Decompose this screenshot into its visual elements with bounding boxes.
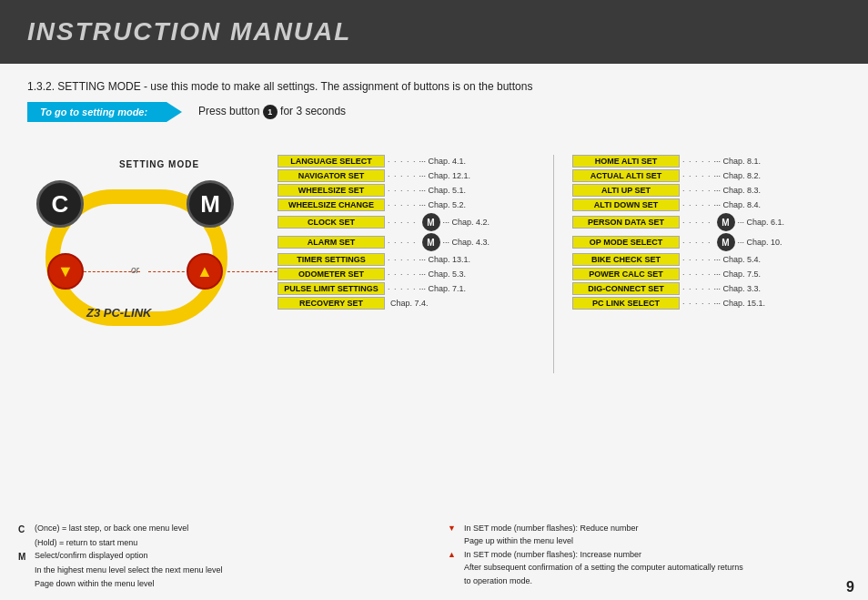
menu-label-wheelsize-change: WHEELSIZE CHANGE [278,198,385,211]
menu-row-alarm-set: ALARM SET · · · · · M ··· Chap. 4.3. [278,233,547,251]
device-frame: C M ▼ ▲ or Z3 PC-LINK [36,171,237,340]
menu-label-alti-down: ALTI DOWN SET [572,198,680,211]
menu-row-language-select: LANGUAGE SELECT · · · · · ··· Chap. 4.1. [278,155,547,168]
main-content: 1.3.2. SETTING MODE - use this mode to m… [0,64,868,600]
note-m-highest-text: In the highest menu level select the nex… [35,564,223,577]
down-button[interactable]: ▼ [47,253,84,290]
note-c-once: C (Once) = last step, or back one menu l… [18,523,420,536]
m-badge-alarm: M [422,233,440,251]
note-up-set: ▲ In SET mode (number flashes): Increase… [448,549,850,562]
c-button[interactable]: C [36,180,84,228]
note-up-operation-text: to operation mode. [464,575,532,588]
menu-row-pc-link: PC LINK SELECT · · · · · ··· Chap. 15.1. [572,297,842,310]
note-down-set: ▼ In SET mode (number flashes): Reduce n… [448,523,850,535]
m-badge-person: M [717,213,735,231]
menu-label-odometer-set: ODOMETER SET [278,268,385,280]
note-m-page-text: Page down within the menu level [35,578,155,591]
c-icon: C [18,523,31,536]
device-diagram: SETTING MODE C M ▼ ▲ or Z3 PC-LINK [18,159,273,360]
menu-row-person-data: PERSON DATA SET · · · · · M ··· Chap. 6.… [572,213,842,231]
note-m-page: Page down within the menu level [18,578,420,591]
up-button[interactable]: ▲ [187,253,223,290]
menu-row-home-alti: HOME ALTI SET · · · · · ··· Chap. 8.1. [572,155,842,168]
menu-label-alarm-set: ALARM SET [278,236,385,249]
setting-mode-row: To go to setting mode: Press button 1 fo… [27,102,841,122]
dashed-line-right [148,271,189,272]
note-c-hold: (Hold) = return to start menu [18,537,420,550]
note-c-text: (Once) = last step, or back one menu lev… [35,523,188,535]
menu-row-pulse-limit: PULSE LIMIT SETTINGS · · · · · ··· Chap.… [278,282,547,295]
menu-label-timer-settings: TIMER SETTINGS [278,253,385,266]
menu-label-pc-link: PC LINK SELECT [572,297,680,310]
page-header: INSTRUCTION MANUAL [0,0,868,64]
right-menu-col: HOME ALTI SET · · · · · ··· Chap. 8.1. A… [572,155,842,311]
menu-label-navigator-set: NAVIGATOR SET [278,169,385,182]
menu-label-clock-set: CLOCK SET [278,216,385,229]
m-icon-note: M [18,550,31,564]
header-title: INSTRUCTION MANUAL [27,17,351,46]
menu-label-pulse-limit: PULSE LIMIT SETTINGS [278,282,385,295]
section-title: 1.3.2. SETTING MODE - use this mode to m… [27,80,841,93]
device-label: Z3 PC-LINK [86,306,152,320]
menu-row-bike-check: BIKE CHECK SET · · · · · ··· Chap. 5.4. [572,253,842,266]
page-number: 9 [846,579,854,595]
menu-row-actual-alti: ACTUAL ALTI SET · · · · · ··· Chap. 8.2. [572,169,842,182]
m-badge-op-mode: M [717,233,735,251]
note-up-after-text: After subsequent confirmation of a setti… [464,562,743,575]
left-menu-col: LANGUAGE SELECT · · · · · ··· Chap. 4.1.… [278,155,547,311]
menu-row-clock-set: CLOCK SET · · · · · M ··· Chap. 4.2. [278,213,547,231]
footer-notes: C (Once) = last step, or back one menu l… [18,523,850,592]
menu-row-dig-connect: DIG-CONNECT SET · · · · · ··· Chap. 3.3. [572,282,842,295]
menu-row-recovery-set: RECOVERY SET Chap. 7.4. [278,297,547,310]
note-m-text: Select/confirm displayed option [35,550,148,563]
menu-label-language-select: LANGUAGE SELECT [278,155,385,168]
menu-row-alti-down: ALTI DOWN SET · · · · · ··· Chap. 8.4. [572,198,842,211]
menu-label-actual-alti: ACTUAL ALTI SET [572,169,680,182]
up-icon-note: ▲ [448,549,460,562]
menu-label-power-calc: POWER CALC SET [572,268,680,280]
setting-mode-instruction: Press button 1 for 3 seconds [198,105,346,119]
note-m-select: M Select/confirm displayed option [18,550,420,564]
menu-label-alti-up: ALTI UP SET [572,184,680,197]
menu-spacer [556,155,563,311]
m-button[interactable]: M [187,180,234,228]
menu-row-power-calc: POWER CALC SET · · · · · ··· Chap. 7.5. [572,268,842,280]
note-col-left: C (Once) = last step, or back one menu l… [18,523,420,592]
note-down-page: Page up within the menu level [448,535,850,548]
note-c-hold-text: (Hold) = return to start menu [35,537,137,550]
menu-row-wheelsize-change: WHEELSIZE CHANGE · · · · · ··· Chap. 5.2… [278,198,547,211]
setting-mode-diagram-label: SETTING MODE [45,159,273,169]
note-up-operation: to operation mode. [448,575,850,588]
menu-label-person-data: PERSON DATA SET [572,216,680,229]
menu-row-navigator-set: NAVIGATOR SET · · · · · ··· Chap. 12.1. [278,169,547,182]
menu-row-odometer-set: ODOMETER SET · · · · · ··· Chap. 5.3. [278,268,547,280]
menu-label-home-alti: HOME ALTI SET [572,155,680,168]
menu-label-wheelsize-set: WHEELSIZE SET [278,184,385,197]
note-up-after: After subsequent confirmation of a setti… [448,562,850,575]
or-text: or [131,265,139,275]
setting-mode-label: To go to setting mode: [27,102,182,122]
note-up-text: In SET mode (number flashes): Increase n… [464,549,641,562]
menu-label-dig-connect: DIG-CONNECT SET [572,282,680,295]
note-m-highest: In the highest menu level select the nex… [18,564,420,577]
menu-label-op-mode: OP MODE SELECT [572,236,680,249]
button-1-icon: 1 [263,105,278,119]
menu-row-alti-up: ALTI UP SET · · · · · ··· Chap. 8.3. [572,184,842,197]
note-down-text: In SET mode (number flashes): Reduce num… [464,523,638,535]
down-icon-note: ▼ [448,523,460,535]
menu-section: LANGUAGE SELECT · · · · · ··· Chap. 4.1.… [278,155,842,311]
menu-row-timer-settings: TIMER SETTINGS · · · · · ··· Chap. 13.1. [278,253,547,266]
menu-label-bike-check: BIKE CHECK SET [572,253,680,266]
menu-label-recovery-set: RECOVERY SET [278,297,385,310]
m-badge-clock: M [422,213,440,231]
note-col-right: ▼ In SET mode (number flashes): Reduce n… [448,523,850,592]
note-down-page-text: Page up within the menu level [464,535,573,548]
menu-row-wheelsize-set: WHEELSIZE SET · · · · · ··· Chap. 5.1. [278,184,547,197]
menu-row-op-mode: OP MODE SELECT · · · · · M ··· Chap. 10. [572,233,842,251]
